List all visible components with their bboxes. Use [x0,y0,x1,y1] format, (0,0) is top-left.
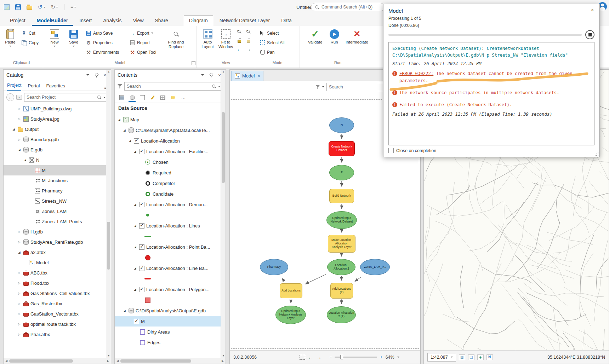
contents-item-map[interactable]: ◢Map [115,114,221,125]
catalog-item-ump-buildings-dwg[interactable]: ▷UMP_Buildings.dwg [4,104,106,114]
grid-tool-icon[interactable]: ▤ [468,354,474,360]
pan-button[interactable]: Pan [257,47,297,57]
save-model-button[interactable]: Save [64,28,83,60]
model-node-zones[interactable]: Zones_LAM_P... [360,259,390,275]
contents-pin-button[interactable] [208,72,214,78]
select-all-button[interactable]: Select All [257,38,297,47]
catalog-pin-button[interactable] [93,72,99,78]
model-group-launcher-icon[interactable]: ⌐ [192,61,195,65]
layer-checkbox[interactable] [139,223,144,229]
expander-icon[interactable]: ▷ [17,302,22,305]
stop-button[interactable] [585,30,594,39]
command-search-input[interactable] [321,5,378,10]
ribbon-tab-analysis[interactable]: Analysis [98,16,126,26]
symbol-candidate[interactable] [144,192,151,196]
contents-item-edges[interactable]: Edges [115,337,221,348]
next-extent-icon[interactable]: → [316,354,321,360]
symbol-red-dot[interactable] [144,255,151,260]
contents-item-location-allocation[interactable]: ◢Location-Allocation [115,135,221,146]
zoom-dropdown-icon[interactable] [397,357,399,358]
contents-item-m[interactable]: M [115,316,221,327]
customize-dropdown-icon[interactable] [74,7,76,8]
catalog-item-m[interactable]: M [4,165,106,175]
scrollbar-thumb[interactable] [120,359,191,363]
up-one-level-button[interactable]: ▴ [16,95,22,100]
catalog-item-studyarea-jpg[interactable]: ▷StudyArea.jpg [4,114,106,124]
contents-item-red-dot[interactable] [115,252,221,263]
message-log[interactable]: Executing (Create Network Dataset): Crea… [388,42,594,145]
catalog-item-zones-lam[interactable]: Zones_LAM [4,206,106,216]
contents-item-c-d-spatialanalysis-output-e-gdb[interactable]: ◢C:\D\SpatialAnalysis\Output\E.gdb [115,305,221,316]
scrollbar-thumb[interactable] [9,359,73,363]
expander-icon[interactable]: ▷ [17,312,22,316]
search-dropdown-icon[interactable] [103,97,106,98]
contents-item-location-allocation-line-ba[interactable]: ◢Location-Allocation : Line Ba... [115,263,221,273]
expander-icon[interactable]: ◢ [17,251,22,254]
catalog-item-n[interactable]: ◢N [4,155,106,165]
layer-checkbox[interactable] [139,244,144,250]
catalog-horizontal-scrollbar[interactable]: ◀ ▶ [4,358,111,364]
contents-item-competitor[interactable]: Competitor [115,178,221,189]
ribbon-tab-modelbuilder[interactable]: ModelBuilder [32,16,73,26]
expander-icon[interactable]: ◢ [17,148,22,151]
nav-back-button[interactable]: ← [236,45,243,52]
model-node-al[interactable]: Add Locations [280,283,302,298]
new-dropdown-icon[interactable] [53,46,56,47]
full-extent-icon[interactable] [300,355,305,360]
list-by-selection-button[interactable] [139,94,146,102]
customize-toolbar-button[interactable]: ≡ [69,3,77,11]
environments-button[interactable]: ⚒Environments [84,47,127,57]
ribbon-tab-share[interactable]: Share [150,16,173,26]
catalog-item-studyarea-rentrate-gdb[interactable]: ▷StudyArea_RentRate.gdb [4,237,106,247]
zoom-out-button[interactable]: − [245,28,252,35]
catalog-item-phar-atbx[interactable]: ▷Phar.atbx [4,329,106,340]
expander-icon[interactable]: ▷ [17,107,22,110]
expander-icon[interactable]: ◢ [122,129,127,132]
ribbon-tab-insert[interactable]: Insert [74,16,97,26]
catalog-item-optimal-route-track-tbx[interactable]: ▷optimal route track.tbx [4,319,106,329]
catalog-item-boundary-gdb[interactable]: ▷Boundary.gdb [4,134,106,145]
model-tab-close-icon[interactable]: × [257,74,260,79]
close-on-completion-option[interactable]: Close on completion [388,148,436,153]
open-project-button[interactable] [25,4,33,11]
find-and-replace-button[interactable]: Find and Replace [165,28,187,60]
ribbon-tab-data[interactable]: Data [276,16,297,26]
expander-icon[interactable]: ◢ [23,158,27,162]
scroll-left-icon[interactable]: ◀ [115,359,120,363]
expander-icon[interactable]: ◢ [133,150,137,153]
catalog-item-m-junctions[interactable]: M_Junctions [4,175,106,186]
nav-forward-button[interactable]: → [245,45,252,52]
fit-to-window-button[interactable]: ↔ Fit to Window [217,28,234,60]
symbol-red-square[interactable] [144,297,151,303]
contents-item-green-line[interactable] [115,231,221,242]
scroll-up-icon[interactable]: ▲ [221,70,226,74]
command-search[interactable] [311,3,385,11]
new-model-button[interactable]: New [45,28,64,60]
more-options-button[interactable]: … [180,94,187,102]
undo-button[interactable]: ↺ [37,3,46,11]
model-node-al2[interactable]: Add Locations (2) [330,283,353,299]
expander-icon[interactable]: ◢ [11,128,16,131]
scrollbar-thumb[interactable] [222,112,225,183]
contents-item-red-line[interactable] [115,273,221,284]
expander-icon[interactable]: ◢ [117,118,121,121]
export-button[interactable]: →Export [127,28,164,38]
expander-icon[interactable]: ▷ [17,333,22,336]
layer-checkbox[interactable] [139,266,144,271]
catalog-item-e-gdb[interactable]: ◢E.gdb [4,145,106,155]
contents-horizontal-scrollbar[interactable]: ◀ ▶ [115,358,226,364]
expander-icon[interactable]: ▷ [17,117,22,121]
contents-vertical-scrollbar[interactable]: ▲ ▼ [221,70,226,358]
list-by-drawing-order-button[interactable] [118,94,125,102]
catalog-item-gas-stations-cell-values-tbx[interactable]: ▷Gas Stations_Cell Values.tbx [4,288,106,299]
auto-save-button[interactable]: Auto Save [84,28,127,38]
ribbon-tab-project[interactable]: Project [5,16,30,26]
contents-item-location-allocation-facilitie[interactable]: ◢Location-Allocation : Facilitie... [115,146,221,157]
redo-button[interactable]: ↻ [50,3,59,11]
symbol-green-dot[interactable] [144,214,151,216]
contents-search-input[interactable] [127,84,210,89]
zoom-slider-thumb[interactable] [340,355,343,359]
scroll-up-icon[interactable]: ▲ [106,70,111,74]
catalog-item-flood-tbx[interactable]: ▷Flood.tbx [4,278,106,288]
snapping-tool-icon[interactable]: ◈ [477,354,484,360]
